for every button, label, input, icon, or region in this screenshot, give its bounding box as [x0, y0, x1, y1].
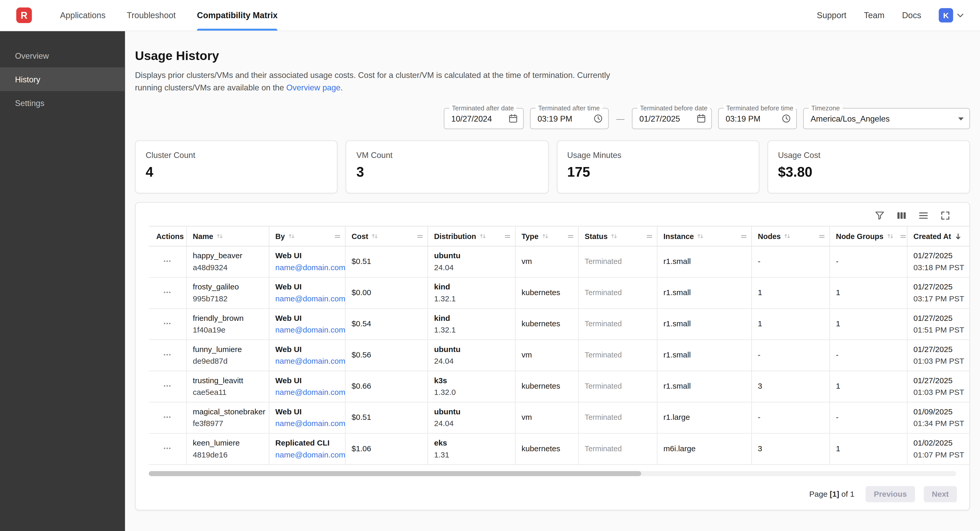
nodes-value: 3	[758, 381, 823, 393]
email-link[interactable]: name@domain.com	[275, 293, 339, 305]
cluster-id: 1f40a19e	[193, 324, 262, 336]
email-link[interactable]: name@domain.com	[275, 418, 339, 430]
fullscreen-icon[interactable]	[940, 211, 951, 221]
created-time: 01:07 PM PST	[913, 449, 964, 461]
table-row: magical_stonebraker fe3f8977 Web UI name…	[149, 403, 970, 434]
user-menu[interactable]: K	[939, 8, 964, 22]
sort-icon	[216, 232, 224, 240]
scrollbar-thumb[interactable]	[149, 471, 641, 476]
cell-status: Terminated	[578, 371, 657, 403]
column-header-node-groups[interactable]: Node Groups	[829, 226, 907, 246]
cell-created-at: 01/27/2025 01:03 PM PST	[907, 340, 970, 371]
column-menu-icon[interactable]	[504, 233, 511, 240]
column-header-created-at[interactable]: Created At	[907, 226, 970, 246]
node-groups-value: -	[836, 350, 900, 361]
horizontal-scrollbar[interactable]	[149, 471, 956, 476]
table-row: funny_lumiere de9ed87d Web UI name@domai…	[149, 340, 970, 371]
status-badge: Terminated	[585, 381, 650, 393]
terminated-after-date-input[interactable]: Terminated after date 10/27/2024	[444, 108, 524, 129]
column-menu-icon[interactable]	[645, 233, 653, 240]
row-actions-button[interactable]	[160, 410, 175, 426]
nav-team[interactable]: Team	[864, 11, 885, 20]
overview-page-link[interactable]: Overview page	[286, 83, 340, 92]
email-link[interactable]: name@domain.com	[275, 387, 339, 399]
email-link[interactable]: name@domain.com	[275, 356, 339, 368]
nav-troubleshoot[interactable]: Troubleshoot	[127, 0, 175, 31]
node-groups-value: 1	[836, 381, 900, 393]
email-link[interactable]: name@domain.com	[275, 449, 339, 461]
row-actions-button[interactable]	[160, 254, 175, 270]
column-header-by[interactable]: By	[269, 226, 345, 246]
timezone-select[interactable]: Timezone America/Los_Angeles	[803, 108, 970, 129]
row-actions-button[interactable]	[160, 379, 175, 395]
column-menu-icon[interactable]	[818, 233, 825, 240]
row-actions-button[interactable]	[160, 285, 175, 301]
cell-cost: $0.51	[345, 246, 427, 277]
created-time: 03:17 PM PST	[913, 293, 964, 305]
column-header-cost[interactable]: Cost	[345, 226, 427, 246]
created-date: 01/27/2025	[913, 250, 964, 262]
nav-applications[interactable]: Applications	[60, 0, 106, 31]
status-badge: Terminated	[585, 443, 650, 455]
column-header-nodes[interactable]: Nodes	[751, 226, 829, 246]
density-icon[interactable]	[918, 211, 929, 221]
type-value: kubernetes	[522, 287, 571, 299]
terminated-before-time-input[interactable]: Terminated before time 03:19 PM	[718, 108, 797, 129]
secondary-nav: Support Team Docs K	[817, 8, 964, 22]
replicated-logo[interactable]: R	[16, 8, 32, 23]
caret-down-icon	[958, 117, 964, 121]
row-actions-button[interactable]	[160, 441, 175, 457]
nav-docs[interactable]: Docs	[902, 11, 921, 20]
row-actions-button[interactable]	[160, 347, 175, 363]
table-header-row: Actions Name By	[149, 226, 970, 246]
created-by-source: Web UI	[275, 281, 339, 293]
cell-node-groups: -	[829, 246, 907, 277]
cell-by: Web UI name@domain.com	[269, 277, 345, 309]
calendar-icon[interactable]	[508, 114, 518, 124]
next-page-button[interactable]: Next	[924, 486, 957, 502]
distribution-name: kind	[434, 281, 509, 293]
stat-label: Usage Minutes	[567, 151, 749, 160]
previous-page-button[interactable]: Previous	[865, 486, 915, 502]
email-link[interactable]: name@domain.com	[275, 262, 339, 274]
created-by-source: Web UI	[275, 312, 339, 325]
calendar-icon[interactable]	[696, 114, 706, 124]
column-header-instance[interactable]: Instance	[657, 226, 751, 246]
column-header-distribution[interactable]: Distribution	[428, 226, 515, 246]
sort-icon	[610, 232, 618, 240]
email-link[interactable]: name@domain.com	[275, 324, 339, 336]
column-header-name[interactable]: Name	[186, 226, 269, 246]
column-menu-icon[interactable]	[333, 233, 341, 240]
column-menu-icon[interactable]	[416, 233, 423, 240]
filter-icon[interactable]	[874, 211, 885, 221]
terminated-before-date-input[interactable]: Terminated before date 01/27/2025	[632, 108, 712, 129]
row-actions-button[interactable]	[160, 316, 175, 332]
cell-node-groups: 1	[829, 371, 907, 403]
created-time: 03:18 PM PST	[913, 262, 964, 274]
field-value: 03:19 PM	[538, 114, 588, 124]
column-menu-icon[interactable]	[740, 233, 747, 240]
column-menu-icon[interactable]	[566, 233, 574, 240]
nav-support[interactable]: Support	[817, 11, 846, 20]
clock-icon[interactable]	[593, 114, 603, 124]
sidebar-item-settings[interactable]: Settings	[0, 91, 125, 115]
field-value: 03:19 PM	[725, 114, 776, 124]
sidebar-item-history[interactable]: History	[0, 67, 125, 91]
instance-value: r1.small	[663, 350, 745, 361]
column-header-status[interactable]: Status	[578, 226, 657, 246]
cell-cost: $0.54	[345, 309, 427, 340]
column-header-type[interactable]: Type	[515, 226, 578, 246]
created-date: 01/02/2025	[913, 437, 964, 449]
column-menu-icon[interactable]	[899, 233, 907, 240]
sidebar-item-overview[interactable]: Overview	[0, 44, 125, 67]
stat-value: 175	[567, 164, 749, 180]
nav-compatibility-matrix[interactable]: Compatibility Matrix	[197, 0, 277, 31]
type-value: kubernetes	[522, 319, 571, 330]
terminated-after-time-input[interactable]: Terminated after time 03:19 PM	[530, 108, 609, 129]
cell-by: Web UI name@domain.com	[269, 309, 345, 340]
avatar: K	[939, 8, 953, 22]
cost-value: $0.51	[352, 412, 421, 424]
clock-icon[interactable]	[781, 114, 791, 124]
columns-icon[interactable]	[896, 211, 907, 221]
distribution-name: ubuntu	[434, 344, 509, 356]
